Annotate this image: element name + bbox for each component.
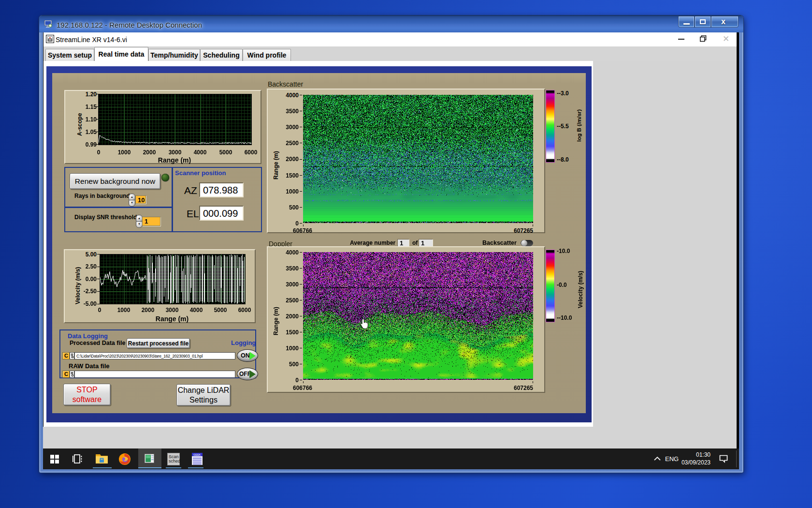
svg-text:GEEK: GEEK (193, 453, 201, 456)
